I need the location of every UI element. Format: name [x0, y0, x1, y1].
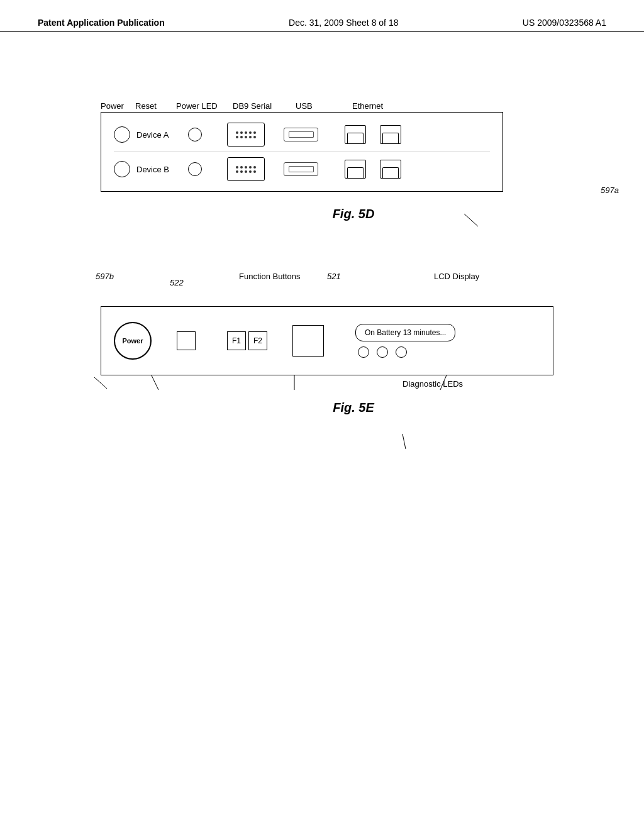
lcd-display-group: On Battery 13 minutes...: [355, 324, 455, 358]
ann-597b: 597b: [96, 272, 114, 281]
ann-diagnostic-leds: Diagnostic LEDs: [402, 379, 463, 389]
usb-port-a: [284, 128, 318, 141]
main-content: Power Reset Power LED DB9 Serial USB Eth…: [0, 32, 644, 434]
eth-ports-a: [333, 125, 401, 144]
header-publication-label: Patent Application Publication: [38, 18, 165, 28]
ann-522: 522: [170, 278, 184, 287]
front-panel-5e: Power F1 F2 On Battery 13 minutes...: [101, 306, 553, 375]
diagnostic-leds: [358, 346, 455, 358]
ann-function-buttons: Function Buttons: [239, 272, 301, 281]
device-a-row: Device A: [114, 119, 490, 150]
reset-led-a[interactable]: [188, 128, 202, 141]
power-button-5e[interactable]: Power: [114, 322, 152, 360]
col-label-db9: DB9 Serial: [233, 101, 296, 111]
header-patent-number: US 2009/0323568 A1: [523, 18, 606, 28]
header-date-sheet: Dec. 31, 2009 Sheet 8 of 18: [289, 18, 398, 28]
eth-port-b1: [345, 160, 366, 179]
callout-597a: 597a: [601, 185, 619, 195]
ann-521: 521: [327, 272, 341, 281]
eth-ports-b: [333, 160, 401, 179]
page-header: Patent Application Publication Dec. 31, …: [0, 0, 644, 32]
power-button-b[interactable]: [114, 161, 130, 177]
svg-line-5: [402, 434, 406, 449]
led-3: [396, 346, 407, 358]
usb-inner-a: [289, 131, 314, 138]
device-b-label: Device B: [136, 165, 180, 174]
fig5d-caption: Fig. 5D: [101, 207, 606, 221]
ann-lcd-display: LCD Display: [434, 272, 479, 281]
fig5e-caption: Fig. 5E: [101, 401, 606, 415]
col-label-power: Power: [101, 101, 135, 111]
power-button-a[interactable]: [114, 126, 130, 143]
lcd-screen: On Battery 13 minutes...: [355, 324, 455, 341]
col-label-power-led: Power LED: [176, 101, 233, 111]
eth-port-b2: [380, 160, 401, 179]
usb-inner-b: [289, 166, 314, 172]
fig5d-section: Power Reset Power LED DB9 Serial USB Eth…: [38, 101, 606, 221]
usb-port-b: [284, 162, 318, 176]
db9-port-b: [227, 157, 265, 181]
device-b-row: Device B: [114, 153, 490, 185]
db9-port-a: [227, 123, 265, 147]
col-label-usb: USB: [296, 101, 346, 111]
fn-button-f2[interactable]: F2: [248, 331, 267, 350]
power-label: Power: [122, 337, 143, 345]
col-label-reset: Reset: [135, 101, 170, 111]
fn-buttons-group: F1 F2: [227, 331, 267, 350]
fn-button-f1[interactable]: F1: [227, 331, 246, 350]
device-panel-5d: Device A: [101, 112, 503, 192]
col-label-ethernet: Ethernet: [352, 101, 415, 111]
lcd-text: On Battery 13 minutes...: [365, 328, 446, 337]
reset-led-b[interactable]: [188, 162, 202, 176]
device-a-label: Device A: [136, 130, 180, 140]
eth-port-a1: [345, 125, 366, 144]
medium-square-521: [292, 325, 324, 357]
led-2: [377, 346, 388, 358]
eth-port-a2: [380, 125, 401, 144]
indicator-square-522: [177, 331, 196, 350]
led-1: [358, 346, 369, 358]
fig5e-section: 597b 522 Function Buttons 521 LCD Displa…: [38, 272, 606, 415]
